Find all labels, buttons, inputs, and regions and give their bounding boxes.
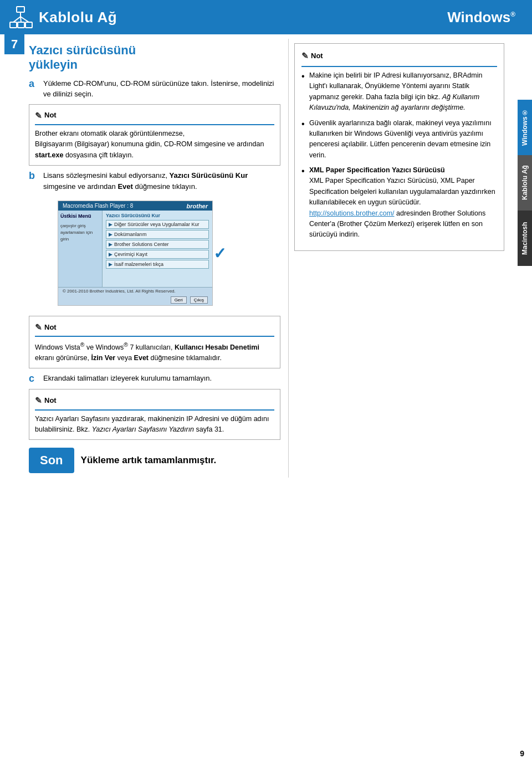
screenshot-box: Macromedia Flash Player : 8 brother Üstk… bbox=[58, 201, 213, 306]
note-icon-1: ✎ bbox=[35, 109, 42, 122]
bullet-item-2: • Güvenlik ayarlarınıza bağlı olarak, ma… bbox=[301, 118, 497, 161]
bullet-item-3: • XML Paper Specification Yazıcı Sürücüs… bbox=[301, 165, 497, 240]
check-arrow-icon: ✓ bbox=[213, 244, 226, 263]
sub-b-bold2: Evet bbox=[117, 182, 132, 191]
side-tab-kablolu-label: Kablolu Ağ bbox=[521, 166, 529, 201]
svg-rect-2 bbox=[18, 22, 24, 28]
note3-italic: Yazıcı Ayarları Sayfasını Yazdırın bbox=[92, 425, 194, 433]
brother-logo: brother bbox=[187, 203, 208, 209]
sub-b-text2: simgesine ve ardından bbox=[43, 182, 117, 191]
note-icon-3: ✎ bbox=[35, 394, 42, 407]
screenshot-header: Macromedia Flash Player : 8 brother bbox=[58, 201, 212, 211]
header-right: Windows® bbox=[442, 0, 532, 34]
note-box-1: ✎ Not Brother ekranı otomatik olarak gör… bbox=[29, 104, 280, 166]
son-badge: Son bbox=[29, 448, 74, 473]
right-column: ✎ Not • Makine için belirli bir IP Adres… bbox=[288, 39, 510, 478]
sub-step-b: b Lisans sözleşmesini kabul ediyorsanız,… bbox=[29, 170, 280, 192]
bullet-text-2: Güvenlik ayarlarınıza bağlı olarak, maki… bbox=[309, 118, 497, 161]
screenshot-sidebar: Üstkisi Menü çarpıştır girişayarlamaları… bbox=[58, 211, 103, 287]
bullet-text-1: Makine için belirli bir IP Adresi kullan… bbox=[309, 70, 497, 114]
sub-step-a-content: Yükleme CD-ROM'unu, CD-ROM sürücünüze ta… bbox=[43, 78, 280, 100]
note1-line3: dosyasına çift tıklayın. bbox=[63, 151, 133, 159]
side-tab-mac-label: Macintosh bbox=[521, 222, 529, 254]
svg-rect-3 bbox=[25, 22, 32, 28]
bullet-dot-1: • bbox=[301, 70, 306, 83]
note-divider-3 bbox=[35, 409, 274, 411]
note3-line2: sayfa 31. bbox=[194, 425, 224, 433]
sub-step-c-content: Ekrandaki talimatları izleyerek kurulumu… bbox=[43, 373, 280, 384]
menu-item-3: ▶ Brother Solutions Center bbox=[106, 240, 209, 249]
right-note-label: Not bbox=[311, 50, 323, 62]
menu-item-4: ▶ Çevrimiçi Kayıt bbox=[106, 250, 209, 259]
svg-line-5 bbox=[13, 17, 21, 22]
note-box-3: ✎ Not Yazıcı Ayarları Sayfasını yazdırar… bbox=[29, 389, 280, 440]
note-title-2: ✎ Not bbox=[35, 321, 274, 334]
note-title-3: ✎ Not bbox=[35, 394, 274, 407]
step-number: 7 bbox=[4, 34, 24, 54]
menu-item-5: ▶ İsaif malzemeleri tıkça bbox=[106, 260, 209, 269]
side-tab-kablolu: Kablolu Ağ bbox=[518, 155, 532, 211]
brother-link: http://solutions.brother.com/ bbox=[309, 209, 395, 217]
windows-title: Windows® bbox=[447, 9, 515, 26]
side-tabs: Windows® Kablolu Ağ Macintosh bbox=[518, 100, 532, 266]
sub-step-c: c Ekrandaki talimatları izleyerek kurulu… bbox=[29, 373, 280, 384]
windows-label: Windows bbox=[447, 9, 510, 25]
note-label-3: Not bbox=[44, 395, 57, 406]
note-title-1: ✎ Not bbox=[35, 109, 274, 122]
son-text: Yükleme artık tamamlanmıştır. bbox=[81, 455, 217, 466]
screenshot-header-text: Macromedia Flash Player : 8 bbox=[63, 203, 133, 209]
note2-text: Windows Vista® ve Windows® 7 kullanıcıla… bbox=[35, 344, 259, 362]
sub-step-b-label: b bbox=[29, 170, 39, 182]
bullet-dot-3: • bbox=[301, 165, 306, 177]
note-icon-2: ✎ bbox=[35, 321, 42, 334]
sub-step-c-label: c bbox=[29, 373, 39, 384]
side-tab-windows-label: Windows® bbox=[521, 109, 529, 146]
bullet-text-3: XML Paper Specification Yazıcı Sürücüsü … bbox=[309, 165, 497, 240]
note1-line1: Brother ekranı otomatik olarak görüntüle… bbox=[35, 130, 185, 137]
screenshot-container: Macromedia Flash Player : 8 brother Üstk… bbox=[43, 196, 213, 310]
note1-text: Brother ekranı otomatik olarak görüntüle… bbox=[35, 130, 264, 159]
note-divider-1 bbox=[35, 124, 274, 125]
sub-c-text: Ekrandaki talimatları izleyerek kurulumu… bbox=[43, 374, 212, 382]
screenshot-footer: Geri Çıkış bbox=[58, 295, 212, 305]
right-note-title: ✎ Not bbox=[301, 49, 497, 63]
header-left: Kablolu Ağ bbox=[0, 0, 125, 34]
svg-line-7 bbox=[21, 17, 29, 22]
note1-line2: Bilgisayarım (Bilgisayar) konumuna gidin… bbox=[35, 140, 264, 148]
side-tab-mac: Macintosh bbox=[518, 211, 532, 266]
note-label-2: Not bbox=[44, 322, 57, 333]
sub-b-text3: düğmesine tıklayın. bbox=[133, 182, 197, 191]
menu-item-1: ▶ Diğer Sürücüler veya Uygulamalar Kur bbox=[106, 220, 209, 229]
sub-step-a-text: Yükleme CD-ROM'unu, CD-ROM sürücünüze ta… bbox=[43, 79, 274, 99]
note1-bold: start.exe bbox=[35, 151, 63, 159]
header-arrow bbox=[426, 0, 442, 34]
svg-rect-0 bbox=[17, 7, 24, 12]
bullet-dot-2: • bbox=[301, 118, 306, 130]
right-note-box: ✎ Not • Makine için belirli bir IP Adres… bbox=[294, 43, 504, 251]
sub-b-text1: Lisans sözleşmesini kabul ediyorsanız, bbox=[43, 171, 170, 180]
network-icon bbox=[8, 4, 33, 30]
son-row: Son Yükleme artık tamamlanmıştır. bbox=[29, 448, 280, 473]
main-content: Yazıcı sürücüsünü yükleyin a Yükleme CD-… bbox=[0, 34, 532, 478]
page-header: Kablolu Ağ Windows® bbox=[0, 0, 532, 34]
title-line2: yükleyin bbox=[29, 58, 78, 71]
menu-item-2: ▶ Dokümanlarım bbox=[106, 230, 209, 239]
screenshot-main: Yazıcı Sürücüsünü Kur ▶ Diğer Sürücüler … bbox=[103, 211, 212, 287]
note3-text: Yazıcı Ayarları Sayfasını yazdırarak, ma… bbox=[35, 415, 269, 433]
windows-sup: ® bbox=[510, 11, 515, 18]
header-title: Kablolu Ağ bbox=[39, 9, 117, 26]
title-line1: Yazıcı sürücüsünü bbox=[29, 43, 136, 57]
note-label-1: Not bbox=[44, 110, 57, 121]
bullet-item-1: • Makine için belirli bir IP Adresi kull… bbox=[301, 70, 497, 114]
screenshot-btn-exit[interactable]: Çıkış bbox=[190, 296, 208, 304]
sub-step-a: a Yükleme CD-ROM'unu, CD-ROM sürücünüze … bbox=[29, 78, 280, 100]
right-note-divider bbox=[301, 66, 497, 67]
sub-step-a-label: a bbox=[29, 78, 39, 90]
screenshot-btn-back[interactable]: Geri bbox=[171, 296, 187, 304]
sub-b-bold1: Yazıcı Sürücüsünü Kur bbox=[170, 171, 248, 180]
screenshot-body: Üstkisi Menü çarpıştır girişayarlamaları… bbox=[58, 211, 212, 287]
page-title: Yazıcı sürücüsünü yükleyin bbox=[29, 43, 280, 73]
note-divider-2 bbox=[35, 336, 274, 337]
left-column: Yazıcı sürücüsünü yükleyin a Yükleme CD-… bbox=[0, 39, 288, 478]
sub-step-b-content: Lisans sözleşmesini kabul ediyorsanız, Y… bbox=[43, 170, 280, 192]
